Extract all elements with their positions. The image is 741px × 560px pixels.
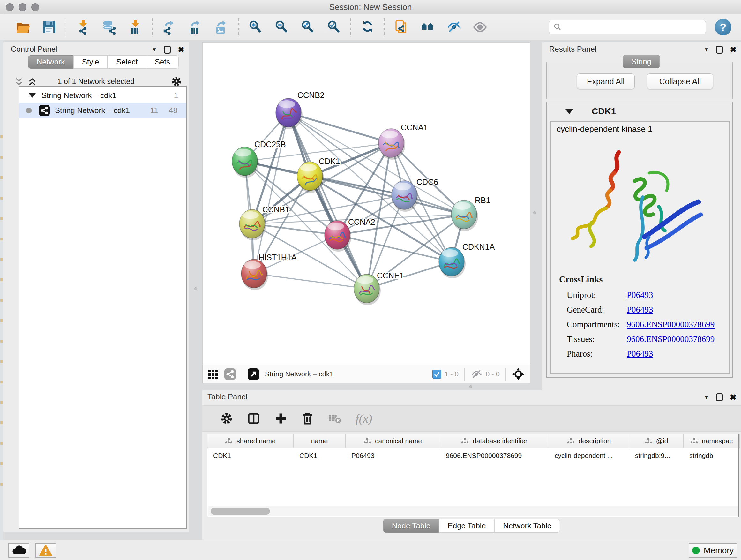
network-row-selected[interactable]: String Network – cdk1 11 48 — [19, 103, 186, 118]
column-header--id[interactable]: @id — [629, 434, 684, 448]
table-cell[interactable]: stringdb — [684, 448, 740, 463]
import-table-icon[interactable] — [127, 19, 144, 36]
table-cell[interactable]: stringdb:9... — [629, 448, 684, 463]
open-session-icon[interactable] — [15, 19, 31, 36]
open-in-window-icon[interactable] — [248, 368, 259, 380]
network-node-CCNA2[interactable]: CCNA2 — [325, 217, 375, 252]
collapse-panel-icon[interactable]: ▼ — [151, 47, 157, 53]
add-column-icon[interactable] — [274, 412, 287, 425]
clone-network-icon[interactable] — [393, 19, 410, 36]
tab-sets[interactable]: Sets — [146, 55, 179, 69]
section-expand-icon[interactable] — [565, 109, 573, 114]
zoom-out-icon[interactable] — [273, 19, 290, 36]
network-options-gear-icon[interactable] — [171, 76, 182, 87]
save-session-icon[interactable] — [41, 19, 57, 36]
float-panel-icon[interactable] — [716, 393, 723, 401]
export-table-icon[interactable] — [187, 19, 204, 36]
tab-network-table[interactable]: Network Table — [495, 519, 560, 533]
warnings-button[interactable] — [35, 543, 56, 558]
float-panel-icon[interactable] — [716, 46, 723, 54]
gene-section-header[interactable]: CDK1 — [547, 103, 732, 120]
horizontal-scrollbar[interactable] — [208, 506, 738, 516]
crosslink-link[interactable]: P06493 — [627, 305, 653, 315]
network-edge[interactable] — [288, 113, 367, 289]
desktop-edge-strip — [0, 14, 3, 560]
export-image-icon[interactable] — [213, 19, 230, 36]
show-column-icon[interactable] — [247, 412, 260, 425]
column-header-namespac[interactable]: namespac — [684, 434, 740, 448]
right-splitter-handle[interactable] — [533, 211, 536, 214]
tab-string[interactable]: String — [623, 55, 660, 68]
table-cell[interactable]: 9606.ENSP00000378699 — [440, 448, 549, 463]
network-node-RB1[interactable]: RB1 — [451, 196, 490, 231]
network-edge[interactable] — [288, 113, 391, 143]
network-edge[interactable] — [254, 113, 288, 273]
cloud-button[interactable] — [8, 543, 29, 558]
table-cell[interactable]: cyclin-dependent ... — [549, 448, 629, 463]
close-panel-icon[interactable]: ✖ — [178, 45, 185, 54]
table-settings-gear-icon[interactable] — [220, 412, 233, 425]
column-header-description[interactable]: description — [549, 434, 629, 448]
node-label: CDC25B — [254, 140, 286, 149]
selected-checkbox-icon[interactable] — [432, 370, 441, 379]
table-cell[interactable]: P06493 — [346, 448, 440, 463]
fit-selected-crosshair-icon[interactable] — [512, 368, 525, 381]
collapse-all-button[interactable]: Collapse All — [647, 73, 713, 89]
birdseye-grid-icon[interactable] — [208, 368, 219, 380]
column-header-shared-name[interactable]: shared name — [207, 434, 293, 448]
close-panel-icon[interactable]: ✖ — [730, 45, 737, 54]
left-splitter-handle[interactable] — [194, 287, 197, 290]
collapse-panel-icon[interactable]: ▼ — [704, 394, 709, 401]
hide-unhide-icon[interactable] — [446, 19, 462, 36]
network-canvas[interactable]: CCNB2CCNA1CDC25BCDK1CDC6RB1CCNB1CCNA2CDK… — [202, 43, 530, 365]
zoom-in-icon[interactable] — [247, 19, 264, 36]
network-edge[interactable] — [337, 235, 452, 262]
float-panel-icon[interactable] — [164, 46, 171, 54]
network-node-CCNE1[interactable]: CCNE1 — [354, 271, 404, 305]
column-header-database-identifier[interactable]: database identifier — [440, 434, 549, 448]
column-header-canonical-name[interactable]: canonical name — [346, 434, 440, 448]
bottom-splitter-handle[interactable] — [469, 385, 472, 388]
network-edge[interactable] — [254, 273, 367, 289]
zoom-selected-icon[interactable] — [326, 19, 342, 36]
crosslink-label: Uniprot: — [567, 290, 627, 300]
crosslink-link[interactable]: P06493 — [627, 290, 653, 300]
crosslink-link[interactable]: 9606.ENSP00000378699 — [627, 320, 715, 329]
preview-icon[interactable] — [472, 19, 488, 36]
help-button[interactable]: ? — [715, 19, 731, 36]
collection-expand-icon[interactable] — [29, 93, 36, 98]
import-database-icon[interactable] — [101, 19, 118, 36]
home-icon[interactable] — [419, 19, 436, 36]
memory-button[interactable]: Memory — [689, 543, 737, 558]
tab-select[interactable]: Select — [108, 55, 146, 69]
zoom-fit-icon[interactable] — [299, 19, 316, 36]
table-cell[interactable]: CDK1 — [293, 448, 346, 463]
table-cell[interactable]: CDK1 — [207, 448, 293, 463]
string-style-icon[interactable] — [224, 368, 236, 380]
network-node-CDKN1A[interactable]: CDKN1A — [439, 242, 495, 278]
network-collection-row[interactable]: String Network – cdk1 1 — [19, 89, 186, 102]
refresh-icon[interactable] — [359, 19, 376, 36]
tab-node-table[interactable]: Node Table — [383, 519, 439, 533]
crosslink-link[interactable]: 9606.ENSP00000378699 — [627, 334, 715, 344]
search-field[interactable] — [562, 23, 699, 32]
collapse-panel-icon[interactable]: ▼ — [704, 47, 709, 53]
import-network-icon[interactable] — [75, 19, 91, 36]
search-input[interactable] — [549, 20, 706, 35]
export-network-icon[interactable] — [161, 19, 178, 36]
column-header-name[interactable]: name — [293, 434, 346, 448]
window-title: Session: New Session — [0, 2, 741, 12]
crosslink-link[interactable]: P06493 — [627, 349, 653, 359]
table-row[interactable]: CDK1CDK1P064939606.ENSP00000378699cyclin… — [207, 448, 738, 463]
scrollbar-thumb[interactable] — [211, 508, 270, 515]
delete-column-trash-icon[interactable] — [301, 412, 314, 425]
close-panel-icon[interactable]: ✖ — [730, 393, 737, 402]
tab-network[interactable]: Network — [28, 55, 73, 69]
network-node-HIST1H1A[interactable]: HIST1H1A — [241, 253, 297, 290]
network-node-CDK1[interactable]: CDK1 — [297, 157, 340, 193]
control-panel-tabs: NetworkStyleSelectSets — [28, 55, 179, 69]
tab-edge-table[interactable]: Edge Table — [439, 519, 495, 533]
tab-style[interactable]: Style — [73, 55, 108, 69]
expand-all-button[interactable]: Expand All — [577, 73, 635, 89]
apply-function-icon: f(x) — [355, 412, 373, 426]
